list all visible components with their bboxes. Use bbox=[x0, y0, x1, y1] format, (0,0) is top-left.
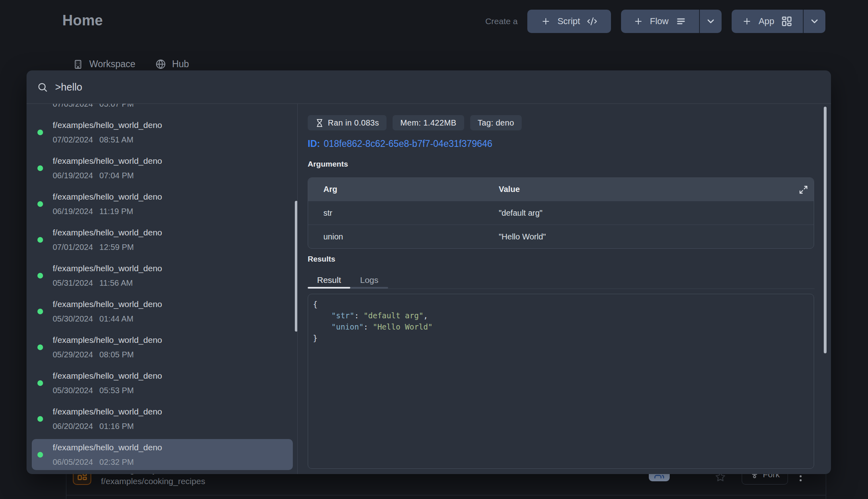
tab-workspace-label: Workspace bbox=[89, 59, 136, 70]
run-list-item[interactable]: f/examples/hello_world_deno 06/19/202407… bbox=[32, 153, 293, 184]
create-a-label: Create a bbox=[485, 16, 518, 26]
duration-badge: Ran in 0.083s bbox=[308, 115, 387, 130]
run-datetime: 07/05/202405:07 PM bbox=[53, 104, 134, 109]
json-string: "Hello World" bbox=[373, 322, 433, 331]
run-datetime: 06/19/202407:04 PM bbox=[53, 171, 134, 180]
create-flow-button[interactable]: Flow bbox=[621, 10, 699, 33]
create-app-label: App bbox=[759, 16, 774, 27]
create-script-group: Script bbox=[527, 10, 611, 33]
runs-list-scrollbar[interactable] bbox=[295, 201, 298, 332]
run-list-item[interactable]: f/examples/hello_world_deno 05/30/202401… bbox=[32, 296, 293, 327]
run-date: 05/30/2024 bbox=[53, 386, 93, 395]
run-date: 05/31/2024 bbox=[53, 278, 93, 287]
run-datetime: 05/30/202401:44 AM bbox=[53, 314, 134, 324]
run-path: f/examples/hello_world_deno bbox=[53, 156, 162, 166]
arg-cell: str bbox=[308, 201, 483, 225]
detail-panel-scrollbar[interactable] bbox=[824, 107, 827, 353]
run-path: f/examples/hello_world_deno bbox=[53, 192, 162, 202]
arg-column-header: Arg bbox=[308, 178, 483, 201]
create-flow-dropdown-button[interactable] bbox=[699, 10, 722, 33]
run-date: 06/19/2024 bbox=[53, 207, 93, 216]
tab-hub-label: Hub bbox=[172, 59, 189, 70]
run-path: f/examples/hello_world_deno bbox=[53, 371, 162, 381]
json-brace: { bbox=[313, 300, 317, 309]
run-list-item[interactable]: f/examples/hello_world_deno 05/29/202408… bbox=[32, 332, 293, 363]
run-date: 07/05/2024 bbox=[53, 104, 93, 108]
run-list-item[interactable]: f/examples/hello_world_deno 06/05/202402… bbox=[32, 439, 293, 470]
run-list-item[interactable]: f/examples/hello_world_deno 06/19/202411… bbox=[32, 188, 293, 219]
memory-badge-label: Mem: 1.422MB bbox=[400, 118, 456, 128]
create-flow-label: Flow bbox=[650, 16, 668, 27]
run-list-item[interactable]: f/examples/hello_world_deno 07/02/202408… bbox=[32, 117, 293, 148]
run-id-value[interactable]: 018fe862-8c62-65e8-b7f7-04e31f379646 bbox=[324, 138, 492, 149]
run-path: f/examples/hello_world_deno bbox=[53, 264, 162, 273]
json-key: "str" bbox=[331, 311, 354, 320]
run-date: 05/29/2024 bbox=[53, 350, 93, 359]
tab-workspace[interactable]: Workspace bbox=[73, 59, 136, 70]
arguments-table: Arg Value str "default arg" union "Hello… bbox=[308, 177, 814, 249]
code-icon bbox=[587, 16, 597, 27]
active-tab-underline bbox=[308, 287, 350, 289]
section-divider bbox=[66, 495, 826, 495]
create-app-dropdown-button[interactable] bbox=[803, 10, 825, 33]
expand-table-icon[interactable] bbox=[799, 185, 808, 196]
search-input[interactable] bbox=[55, 81, 779, 93]
create-script-label: Script bbox=[557, 16, 580, 27]
create-app-button[interactable]: App bbox=[732, 10, 803, 33]
result-json-viewer: { "str": "default arg", "union": "Hello … bbox=[308, 294, 814, 469]
run-date: 07/01/2024 bbox=[53, 243, 93, 252]
create-actions: Create a Script Flow bbox=[485, 10, 825, 33]
run-path: f/examples/hello_world_deno bbox=[53, 407, 162, 417]
tag-badge-label: Tag: deno bbox=[478, 118, 514, 128]
run-time: 01:44 AM bbox=[99, 314, 134, 323]
search-bar bbox=[27, 70, 831, 103]
run-time: 07:04 PM bbox=[99, 171, 134, 180]
run-datetime: 07/01/202412:59 PM bbox=[53, 243, 134, 252]
tabbar-border bbox=[308, 289, 815, 289]
arguments-title: Arguments bbox=[308, 160, 348, 169]
tag-badge: Tag: deno bbox=[470, 115, 522, 130]
runs-list: f/examples/hello_world_deno 07/05/202405… bbox=[27, 104, 298, 474]
run-time: 11:56 AM bbox=[99, 278, 133, 287]
success-dot-icon bbox=[37, 201, 43, 207]
run-time: 01:16 PM bbox=[99, 422, 134, 431]
json-string: "default arg" bbox=[364, 311, 424, 320]
json-colon: : bbox=[354, 311, 364, 320]
results-title: Results bbox=[308, 255, 335, 264]
json-key: "union" bbox=[331, 322, 364, 331]
idle-tab-underline bbox=[350, 287, 388, 289]
building-icon bbox=[73, 60, 83, 69]
quick-search-modal: f/examples/hello_world_deno 07/05/202405… bbox=[27, 70, 831, 474]
run-time: 05:53 PM bbox=[99, 386, 134, 395]
arg-cell: union bbox=[308, 225, 483, 248]
json-brace: } bbox=[313, 334, 317, 342]
tab-result[interactable]: Result bbox=[308, 275, 350, 287]
run-datetime: 06/19/202411:19 PM bbox=[53, 207, 133, 216]
run-list-item[interactable]: f/examples/hello_world_deno 06/20/202401… bbox=[32, 403, 293, 434]
run-time: 11:19 PM bbox=[99, 207, 133, 216]
run-path: f/examples/hello_world_deno bbox=[53, 335, 162, 345]
run-datetime: 05/29/202408:05 PM bbox=[53, 350, 134, 359]
run-date: 06/20/2024 bbox=[53, 422, 93, 431]
success-dot-icon bbox=[37, 416, 43, 422]
app-item-path: f/examples/cooking_recipes bbox=[101, 476, 205, 486]
run-list-item[interactable]: f/examples/hello_world_deno 07/05/202405… bbox=[32, 104, 293, 112]
tab-hub[interactable]: Hub bbox=[156, 59, 189, 70]
run-list-item[interactable]: f/examples/hello_world_deno 05/30/202405… bbox=[32, 367, 293, 398]
run-date: 06/19/2024 bbox=[53, 171, 93, 180]
success-dot-icon bbox=[37, 380, 43, 386]
success-dot-icon bbox=[37, 452, 43, 458]
run-list-item[interactable]: f/examples/hello_world_deno 07/01/202412… bbox=[32, 224, 293, 255]
tab-logs[interactable]: Logs bbox=[350, 275, 388, 287]
hourglass-icon bbox=[315, 119, 324, 127]
run-list-item[interactable]: f/examples/hello_world_deno 05/31/202411… bbox=[32, 260, 293, 291]
run-date: 06/05/2024 bbox=[53, 458, 93, 466]
result-json-code: { "str": "default arg", "union": "Hello … bbox=[308, 294, 814, 344]
run-path: f/examples/hello_world_deno bbox=[53, 443, 162, 452]
chevron-down-icon bbox=[706, 16, 716, 27]
memory-badge: Mem: 1.422MB bbox=[393, 115, 464, 130]
create-script-button[interactable]: Script bbox=[527, 10, 611, 33]
run-datetime: 05/31/202411:56 AM bbox=[53, 278, 133, 288]
layout-dashboard-icon bbox=[781, 16, 792, 27]
arguments-table-row: union "Hello World" bbox=[308, 225, 814, 248]
